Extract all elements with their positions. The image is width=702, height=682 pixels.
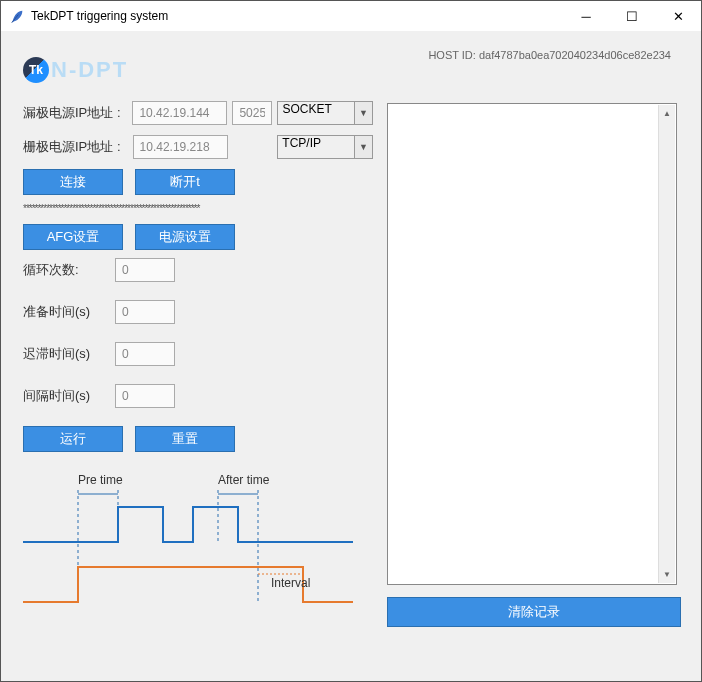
prep-time-input[interactable] [115, 300, 175, 324]
maximize-button[interactable]: ☐ [609, 1, 655, 31]
run-row: 运行 重置 [23, 426, 373, 452]
drain-proto-dropdown-icon[interactable]: ▼ [355, 101, 373, 125]
scroll-down-icon[interactable]: ▼ [659, 566, 675, 583]
divider: ****************************************… [23, 203, 353, 214]
window-controls: ─ ☐ ✕ [563, 1, 701, 31]
power-settings-button[interactable]: 电源设置 [135, 224, 235, 250]
reset-button[interactable]: 重置 [135, 426, 235, 452]
pre-time-label: Pre time [78, 473, 123, 487]
drain-proto-select[interactable]: SOCKET [277, 101, 355, 125]
clear-log-row: 清除记录 [387, 597, 681, 627]
afg-settings-button[interactable]: AFG设置 [23, 224, 123, 250]
drain-port-input[interactable] [232, 101, 272, 125]
client-area: HOST ID: daf4787ba0ea702040234d06ce82e23… [1, 31, 701, 681]
after-time-label: After time [218, 473, 270, 487]
left-panel: 漏极电源IP地址 : SOCKET ▼ 栅极电源IP地址 : TCP/IP ▼ … [23, 101, 373, 616]
log-textarea[interactable]: ▲ ▼ [387, 103, 677, 585]
interval-label: Interval [271, 576, 310, 590]
drain-ip-label: 漏极电源IP地址 : [23, 104, 132, 122]
host-id-label: HOST ID: daf4787ba0ea702040234d06ce82e23… [428, 49, 671, 61]
gate-ip-input[interactable] [133, 135, 228, 159]
run-button[interactable]: 运行 [23, 426, 123, 452]
gate-ip-label: 栅极电源IP地址 : [23, 138, 133, 156]
delay-time-input[interactable] [115, 342, 175, 366]
timing-diagram: Pre time After time Interval [23, 472, 373, 616]
logo-text: N-DPT [51, 57, 128, 83]
interval-time-input[interactable] [115, 384, 175, 408]
connect-button[interactable]: 连接 [23, 169, 123, 195]
minimize-button[interactable]: ─ [563, 1, 609, 31]
titlebar: TekDPT triggering system ─ ☐ ✕ [1, 1, 701, 31]
gate-proto-dropdown-icon[interactable]: ▼ [355, 135, 373, 159]
connect-row: 连接 断开t [23, 169, 373, 195]
logo: Tk N-DPT [23, 57, 128, 83]
close-button[interactable]: ✕ [655, 1, 701, 31]
gate-ip-row: 栅极电源IP地址 : TCP/IP ▼ [23, 135, 373, 159]
loop-count-label: 循环次数: [23, 261, 115, 279]
scroll-up-icon[interactable]: ▲ [659, 105, 675, 122]
app-icon [9, 8, 25, 24]
drain-ip-input[interactable] [132, 101, 227, 125]
window-title: TekDPT triggering system [31, 9, 563, 23]
gate-proto-select[interactable]: TCP/IP [277, 135, 355, 159]
interval-time-label: 间隔时间(s) [23, 387, 115, 405]
loop-count-input[interactable] [115, 258, 175, 282]
delay-time-label: 迟滞时间(s) [23, 345, 115, 363]
params-section: 循环次数: 准备时间(s) 迟滞时间(s) 间隔时间(s) [23, 258, 373, 408]
logo-icon: Tk [23, 57, 49, 83]
clear-log-button[interactable]: 清除记录 [387, 597, 681, 627]
disconnect-button[interactable]: 断开t [135, 169, 235, 195]
prep-time-label: 准备时间(s) [23, 303, 115, 321]
drain-ip-row: 漏极电源IP地址 : SOCKET ▼ [23, 101, 373, 125]
log-scrollbar[interactable]: ▲ ▼ [658, 105, 675, 583]
settings-row: AFG设置 电源设置 [23, 224, 373, 250]
